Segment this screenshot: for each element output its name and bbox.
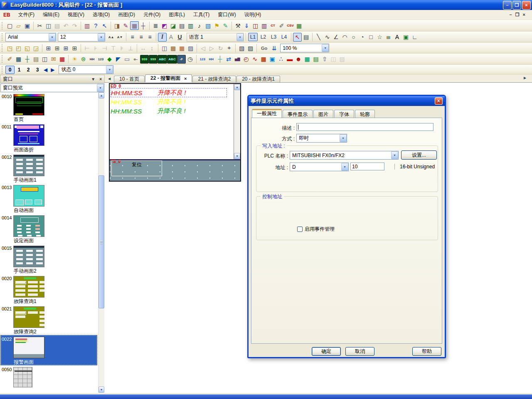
xy-plot-icon[interactable]: ∴	[277, 55, 286, 64]
settings-button[interactable]: 设置...	[401, 150, 437, 160]
window-preview-item-0012[interactable]: 0012手动画面1	[0, 153, 97, 183]
polyline-tool-icon[interactable]: ∠	[332, 33, 340, 42]
pie-tool-icon[interactable]: ◔	[358, 33, 367, 42]
tab-general[interactable]: 一般属性	[252, 109, 282, 118]
menu-file[interactable]: 文件(F)	[15, 10, 38, 20]
bezier-tool-icon[interactable]: ∿	[323, 33, 332, 42]
window-object-icon[interactable]: ▦	[14, 55, 23, 64]
print-icon[interactable]: ▥	[83, 21, 91, 30]
state-2-button[interactable]: 2	[24, 66, 33, 74]
screen-editor-window[interactable]: ED_0 HH:MM:SS升降不良 !HH:MM:SS升降不良 !HH:MM:S…	[109, 83, 241, 182]
zoom-arrows-icon[interactable]: ⇊	[270, 44, 278, 52]
window-list-icon[interactable]: ▥	[186, 21, 195, 30]
window-preview-item-0050[interactable]: 0050	[0, 365, 97, 393]
tab-scroll-right-icon[interactable]: ▶	[522, 75, 528, 81]
panel-close-icon[interactable]: ×	[99, 77, 102, 81]
window-thumbnail[interactable]	[13, 246, 44, 267]
state-3-button[interactable]: 3	[33, 66, 42, 74]
ungroup-objects-icon[interactable]: ▦	[177, 44, 186, 52]
window-preview-item-0015[interactable]: 0015手动画面2	[0, 244, 97, 274]
menu-view[interactable]: 视图(V)	[64, 10, 88, 20]
chevron-down-icon[interactable]: ▼	[341, 163, 348, 171]
set-bit-icon[interactable]: HH	[88, 55, 96, 64]
state-0-button[interactable]: 0	[5, 66, 15, 74]
online-simulation-icon[interactable]: ◪	[169, 21, 177, 30]
help-icon[interactable]: ?	[91, 21, 100, 30]
toolbar-grip[interactable]	[2, 55, 4, 63]
font-size-select[interactable]: 12 ▼	[58, 33, 105, 42]
align-right-icon[interactable]: ≡	[145, 33, 154, 42]
numeric-display-icon[interactable]: 999	[140, 55, 149, 64]
align-center-icon[interactable]: ≡	[137, 33, 145, 42]
window-thumbnail[interactable]	[13, 155, 44, 176]
window-thumbnail[interactable]	[13, 367, 32, 387]
window-preview-item-0014[interactable]: 0014设定画面	[0, 214, 97, 244]
fit-right-icon[interactable]: ⊞	[70, 44, 79, 52]
cancel-button[interactable]: 取消	[345, 347, 374, 356]
window-thumbnail[interactable]	[13, 94, 44, 116]
chevron-down-icon[interactable]: ▼	[236, 33, 244, 41]
description-input[interactable]	[296, 123, 433, 131]
next-state-icon[interactable]: ▶	[49, 67, 56, 73]
font-color-icon[interactable]: A	[167, 33, 175, 42]
event-row-0[interactable]: HH:MM:SS升降不良 !	[111, 88, 227, 97]
display-grid-icon[interactable]: ▦	[130, 21, 139, 30]
document-tab-1[interactable]: 22 - 报警画面×	[145, 74, 192, 82]
tab-outline[interactable]: 轮廓	[355, 110, 375, 118]
screen-background[interactable]: TS_0 复位	[110, 159, 240, 181]
window-thumbnail[interactable]	[13, 306, 44, 328]
ok-button[interactable]: 确定	[312, 347, 341, 356]
bit-lamp-icon[interactable]: ☀	[70, 55, 79, 64]
language-select[interactable]: 语言 1 ▼	[187, 33, 244, 42]
send-to-back-icon[interactable]: ◰	[14, 44, 23, 52]
system-tag-icon[interactable]: ✐	[5, 55, 14, 64]
copy-icon[interactable]: ◫	[44, 21, 53, 30]
print-project-icon[interactable]: ▥	[260, 21, 268, 30]
close-button[interactable]: ×	[522, 1, 531, 10]
recipe-table-icon[interactable]: ▦	[295, 21, 303, 30]
document-tab-3[interactable]: 20 - 故障查询1	[236, 76, 280, 82]
bring-forward-icon[interactable]: ◱	[23, 44, 32, 52]
window-thumbnail[interactable]	[13, 215, 44, 237]
window-thumbnail[interactable]	[13, 185, 44, 207]
doc-duplicate-icon[interactable]: ◫	[40, 55, 49, 64]
scale-tool-icon[interactable]: ||||	[384, 33, 393, 42]
history-data-display-icon[interactable]: ▦	[259, 55, 268, 64]
minimize-button[interactable]: –	[503, 1, 512, 10]
menu-help[interactable]: 说明(H)	[241, 10, 265, 20]
window-thumbnail[interactable]	[13, 337, 44, 358]
sidebar-scrollbar[interactable]: ▲ ▼	[98, 92, 104, 393]
calendar-icon[interactable]: ▦	[58, 55, 66, 64]
editor-canvas[interactable]: ED_0 HH:MM:SS升降不良 !HH:MM:SS升降不良 !HH:MM:S…	[105, 83, 532, 394]
direct-window-icon[interactable]: ◷	[186, 55, 195, 64]
mode-select[interactable]: 即时 ▼	[296, 134, 347, 143]
menu-tools[interactable]: 工具(T)	[190, 10, 213, 20]
clipboard-object-icon[interactable]: ▤	[32, 55, 40, 64]
numeric-input-icon[interactable]: 999	[149, 55, 158, 64]
plc-station-icon[interactable]: ┼	[23, 55, 32, 64]
label-library-icon[interactable]: ⚑	[212, 21, 221, 30]
enable-event-management-checkbox[interactable]	[297, 227, 303, 232]
menu-library[interactable]: 图库(L)	[165, 10, 189, 20]
bring-to-front-icon[interactable]: ◳	[5, 44, 14, 52]
enable-event-management-row[interactable]: 启用事件管理	[297, 226, 335, 233]
pin-object-icon[interactable]: ⌖	[225, 44, 234, 52]
save-icon[interactable]: ▣	[23, 21, 32, 30]
offline-simulation-icon[interactable]: ◩	[160, 21, 169, 30]
window-copy-icon[interactable]: ▤	[177, 21, 186, 30]
scroll-up-icon[interactable]: ▲	[99, 92, 104, 99]
data-sampling-icon[interactable]: ▤	[312, 55, 320, 64]
ct-converter-icon[interactable]: CT	[268, 21, 277, 30]
toolbar-grip[interactable]	[2, 66, 4, 74]
dialog-close-icon[interactable]: ×	[435, 97, 443, 105]
data-transfer-icon[interactable]: ⇄	[224, 55, 233, 64]
window-preview-item-0021[interactable]: 0021故障查询2	[0, 305, 97, 335]
window-preview-item-0013[interactable]: 0013自动画面	[0, 183, 97, 214]
trend-display-icon[interactable]: ∿	[251, 55, 259, 64]
download-icon[interactable]: ⇓	[242, 21, 251, 30]
previous-state-icon[interactable]: ◀	[42, 67, 49, 73]
scroll-down-icon[interactable]: ▼	[99, 387, 104, 393]
help-button[interactable]: 帮助	[412, 347, 441, 356]
state-select[interactable]: 状态 0 ▼	[59, 65, 113, 74]
fit-to-window-icon[interactable]: ⊞	[44, 44, 53, 52]
